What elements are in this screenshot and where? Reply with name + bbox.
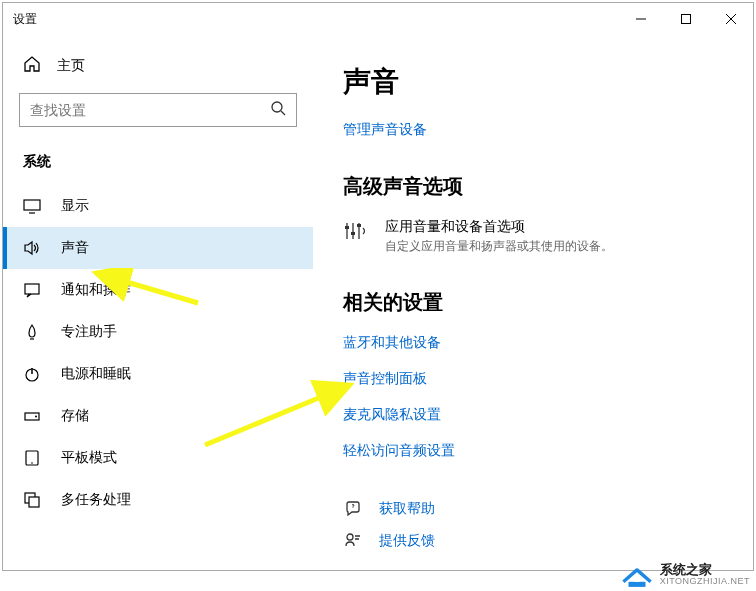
nav-item-notifications[interactable]: 通知和操作 [3,269,313,311]
nav-label: 平板模式 [61,449,117,467]
svg-rect-0 [681,15,690,24]
nav-item-focus[interactable]: 专注助手 [3,311,313,353]
nav-label: 声音 [61,239,89,257]
related-links: 蓝牙和其他设备 声音控制面板 麦克风隐私设置 轻松访问音频设置 [343,334,723,460]
svg-rect-10 [29,497,39,507]
svg-point-8 [31,462,33,464]
category-header: 系统 [3,145,313,185]
tablet-icon [23,449,41,467]
storage-icon [23,407,41,425]
svg-point-6 [35,416,37,418]
svg-rect-12 [351,232,355,235]
nav-item-display[interactable]: 显示 [3,185,313,227]
search-icon [270,100,286,120]
focus-icon [23,323,41,341]
nav-item-multitask[interactable]: 多任务处理 [3,479,313,521]
help-icon [343,500,363,518]
home-icon [23,55,41,77]
nav-label: 通知和操作 [61,281,131,299]
option-title: 应用音量和设备首选项 [385,218,613,236]
sidebar: 主页 系统 显示 声音 [3,35,313,570]
manage-devices-link[interactable]: 管理声音设备 [343,121,723,139]
watermark-cn: 系统之家 [660,563,750,577]
notify-icon [23,281,41,299]
related-heading: 相关的设置 [343,289,723,316]
home-button[interactable]: 主页 [3,45,313,87]
advanced-heading: 高级声音选项 [343,173,723,200]
sound-icon [23,239,41,257]
svg-point-15 [347,534,353,540]
option-desc: 自定义应用音量和扬声器或其使用的设备。 [385,238,613,255]
svg-rect-2 [24,200,40,210]
feedback-icon [343,532,363,550]
nav-item-power[interactable]: 电源和睡眠 [3,353,313,395]
svg-rect-11 [345,226,349,229]
nav-item-storage[interactable]: 存储 [3,395,313,437]
multitask-icon [23,491,41,509]
nav-item-tablet[interactable]: 平板模式 [3,437,313,479]
content-area: 主页 系统 显示 声音 [3,35,753,570]
svg-rect-3 [25,284,39,294]
nav-item-sound[interactable]: 声音 [3,227,313,269]
svg-rect-16 [634,577,639,582]
window-title: 设置 [13,11,37,28]
window-controls [618,3,753,35]
close-button[interactable] [708,3,753,35]
page-title: 声音 [343,63,723,101]
home-label: 主页 [57,57,85,75]
power-icon [23,365,41,383]
minimize-button[interactable] [618,3,663,35]
help-label: 获取帮助 [379,500,435,518]
nav-label: 专注助手 [61,323,117,341]
app-volume-option[interactable]: 应用音量和设备首选项 自定义应用音量和扬声器或其使用的设备。 [343,218,723,255]
mixer-icon [343,218,369,255]
nav-label: 电源和睡眠 [61,365,131,383]
nav-label: 多任务处理 [61,491,131,509]
display-icon [23,197,41,215]
link-sound-control-panel[interactable]: 声音控制面板 [343,370,723,388]
nav-label: 存储 [61,407,89,425]
titlebar: 设置 [3,3,753,35]
svg-rect-13 [357,224,361,227]
watermark-logo-icon [620,561,654,589]
link-bluetooth[interactable]: 蓝牙和其他设备 [343,334,723,352]
link-ease-of-access-audio[interactable]: 轻松访问音频设置 [343,442,723,460]
watermark: 系统之家 XITONGZHIJIA.NET [620,561,750,589]
get-help[interactable]: 获取帮助 [343,500,723,518]
feedback-label: 提供反馈 [379,532,435,550]
search-input[interactable] [30,102,270,118]
search-box[interactable] [19,93,297,127]
main-panel: 声音 管理声音设备 高级声音选项 应用音量和设备首选项 自定义应用音量和扬声器或… [313,35,753,570]
nav-label: 显示 [61,197,89,215]
svg-point-1 [272,102,282,112]
watermark-en: XITONGZHIJIA.NET [660,577,750,587]
footer-links: 获取帮助 提供反馈 [343,500,723,550]
give-feedback[interactable]: 提供反馈 [343,532,723,550]
link-mic-privacy[interactable]: 麦克风隐私设置 [343,406,723,424]
maximize-button[interactable] [663,3,708,35]
settings-window: 设置 主页 [2,2,754,571]
